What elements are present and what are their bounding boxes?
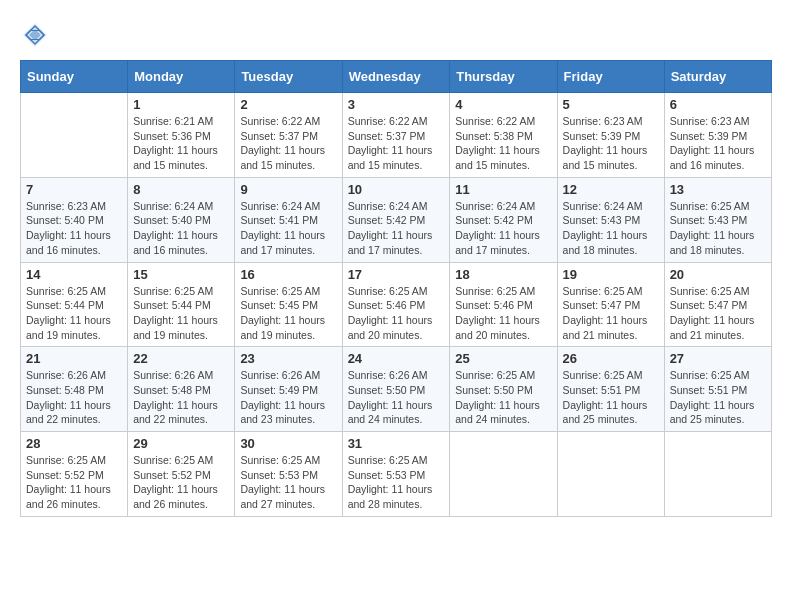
day-info: Sunrise: 6:26 AM Sunset: 5:49 PM Dayligh… [240, 368, 336, 427]
calendar-cell: 2Sunrise: 6:22 AM Sunset: 5:37 PM Daylig… [235, 93, 342, 178]
day-number: 3 [348, 97, 445, 112]
col-header-wednesday: Wednesday [342, 61, 450, 93]
day-info: Sunrise: 6:22 AM Sunset: 5:38 PM Dayligh… [455, 114, 551, 173]
day-number: 28 [26, 436, 122, 451]
day-number: 31 [348, 436, 445, 451]
calendar-cell: 18Sunrise: 6:25 AM Sunset: 5:46 PM Dayli… [450, 262, 557, 347]
calendar-cell: 31Sunrise: 6:25 AM Sunset: 5:53 PM Dayli… [342, 432, 450, 517]
day-info: Sunrise: 6:24 AM Sunset: 5:40 PM Dayligh… [133, 199, 229, 258]
calendar-cell: 30Sunrise: 6:25 AM Sunset: 5:53 PM Dayli… [235, 432, 342, 517]
day-number: 30 [240, 436, 336, 451]
day-info: Sunrise: 6:21 AM Sunset: 5:36 PM Dayligh… [133, 114, 229, 173]
calendar-cell: 24Sunrise: 6:26 AM Sunset: 5:50 PM Dayli… [342, 347, 450, 432]
day-info: Sunrise: 6:25 AM Sunset: 5:46 PM Dayligh… [348, 284, 445, 343]
calendar-cell: 23Sunrise: 6:26 AM Sunset: 5:49 PM Dayli… [235, 347, 342, 432]
week-row-5: 28Sunrise: 6:25 AM Sunset: 5:52 PM Dayli… [21, 432, 772, 517]
calendar-cell: 10Sunrise: 6:24 AM Sunset: 5:42 PM Dayli… [342, 177, 450, 262]
day-info: Sunrise: 6:26 AM Sunset: 5:50 PM Dayligh… [348, 368, 445, 427]
col-header-monday: Monday [128, 61, 235, 93]
day-info: Sunrise: 6:22 AM Sunset: 5:37 PM Dayligh… [240, 114, 336, 173]
col-header-tuesday: Tuesday [235, 61, 342, 93]
calendar-table: SundayMondayTuesdayWednesdayThursdayFrid… [20, 60, 772, 517]
day-number: 7 [26, 182, 122, 197]
day-number: 16 [240, 267, 336, 282]
day-number: 20 [670, 267, 766, 282]
day-info: Sunrise: 6:25 AM Sunset: 5:50 PM Dayligh… [455, 368, 551, 427]
day-info: Sunrise: 6:26 AM Sunset: 5:48 PM Dayligh… [133, 368, 229, 427]
calendar-cell: 14Sunrise: 6:25 AM Sunset: 5:44 PM Dayli… [21, 262, 128, 347]
calendar-cell: 21Sunrise: 6:26 AM Sunset: 5:48 PM Dayli… [21, 347, 128, 432]
day-number: 11 [455, 182, 551, 197]
day-number: 19 [563, 267, 659, 282]
logo-icon [20, 20, 50, 50]
day-number: 29 [133, 436, 229, 451]
day-info: Sunrise: 6:22 AM Sunset: 5:37 PM Dayligh… [348, 114, 445, 173]
day-info: Sunrise: 6:24 AM Sunset: 5:41 PM Dayligh… [240, 199, 336, 258]
day-info: Sunrise: 6:25 AM Sunset: 5:51 PM Dayligh… [670, 368, 766, 427]
calendar-cell: 26Sunrise: 6:25 AM Sunset: 5:51 PM Dayli… [557, 347, 664, 432]
day-number: 15 [133, 267, 229, 282]
header [20, 20, 772, 50]
calendar-cell: 20Sunrise: 6:25 AM Sunset: 5:47 PM Dayli… [664, 262, 771, 347]
day-number: 12 [563, 182, 659, 197]
calendar-cell: 25Sunrise: 6:25 AM Sunset: 5:50 PM Dayli… [450, 347, 557, 432]
day-info: Sunrise: 6:24 AM Sunset: 5:42 PM Dayligh… [455, 199, 551, 258]
day-info: Sunrise: 6:25 AM Sunset: 5:46 PM Dayligh… [455, 284, 551, 343]
day-info: Sunrise: 6:25 AM Sunset: 5:43 PM Dayligh… [670, 199, 766, 258]
day-info: Sunrise: 6:25 AM Sunset: 5:53 PM Dayligh… [240, 453, 336, 512]
day-info: Sunrise: 6:25 AM Sunset: 5:47 PM Dayligh… [670, 284, 766, 343]
day-number: 24 [348, 351, 445, 366]
calendar-cell [21, 93, 128, 178]
day-number: 8 [133, 182, 229, 197]
day-number: 17 [348, 267, 445, 282]
calendar-cell: 27Sunrise: 6:25 AM Sunset: 5:51 PM Dayli… [664, 347, 771, 432]
logo [20, 20, 54, 50]
day-number: 10 [348, 182, 445, 197]
day-number: 25 [455, 351, 551, 366]
day-info: Sunrise: 6:25 AM Sunset: 5:52 PM Dayligh… [133, 453, 229, 512]
calendar-cell: 7Sunrise: 6:23 AM Sunset: 5:40 PM Daylig… [21, 177, 128, 262]
week-row-3: 14Sunrise: 6:25 AM Sunset: 5:44 PM Dayli… [21, 262, 772, 347]
calendar-cell: 29Sunrise: 6:25 AM Sunset: 5:52 PM Dayli… [128, 432, 235, 517]
day-info: Sunrise: 6:23 AM Sunset: 5:39 PM Dayligh… [563, 114, 659, 173]
day-number: 1 [133, 97, 229, 112]
calendar-cell [450, 432, 557, 517]
calendar-cell: 5Sunrise: 6:23 AM Sunset: 5:39 PM Daylig… [557, 93, 664, 178]
calendar-cell: 1Sunrise: 6:21 AM Sunset: 5:36 PM Daylig… [128, 93, 235, 178]
day-info: Sunrise: 6:25 AM Sunset: 5:51 PM Dayligh… [563, 368, 659, 427]
calendar-cell: 16Sunrise: 6:25 AM Sunset: 5:45 PM Dayli… [235, 262, 342, 347]
day-number: 4 [455, 97, 551, 112]
calendar-cell: 8Sunrise: 6:24 AM Sunset: 5:40 PM Daylig… [128, 177, 235, 262]
calendar-cell: 22Sunrise: 6:26 AM Sunset: 5:48 PM Dayli… [128, 347, 235, 432]
day-number: 27 [670, 351, 766, 366]
calendar-cell: 11Sunrise: 6:24 AM Sunset: 5:42 PM Dayli… [450, 177, 557, 262]
day-number: 22 [133, 351, 229, 366]
calendar-cell: 15Sunrise: 6:25 AM Sunset: 5:44 PM Dayli… [128, 262, 235, 347]
day-number: 2 [240, 97, 336, 112]
col-header-sunday: Sunday [21, 61, 128, 93]
col-header-saturday: Saturday [664, 61, 771, 93]
day-info: Sunrise: 6:24 AM Sunset: 5:43 PM Dayligh… [563, 199, 659, 258]
day-info: Sunrise: 6:25 AM Sunset: 5:53 PM Dayligh… [348, 453, 445, 512]
calendar-cell: 19Sunrise: 6:25 AM Sunset: 5:47 PM Dayli… [557, 262, 664, 347]
day-info: Sunrise: 6:25 AM Sunset: 5:44 PM Dayligh… [133, 284, 229, 343]
day-info: Sunrise: 6:25 AM Sunset: 5:52 PM Dayligh… [26, 453, 122, 512]
day-info: Sunrise: 6:26 AM Sunset: 5:48 PM Dayligh… [26, 368, 122, 427]
calendar-cell: 17Sunrise: 6:25 AM Sunset: 5:46 PM Dayli… [342, 262, 450, 347]
calendar-cell: 13Sunrise: 6:25 AM Sunset: 5:43 PM Dayli… [664, 177, 771, 262]
day-info: Sunrise: 6:23 AM Sunset: 5:40 PM Dayligh… [26, 199, 122, 258]
day-info: Sunrise: 6:25 AM Sunset: 5:44 PM Dayligh… [26, 284, 122, 343]
calendar-cell: 3Sunrise: 6:22 AM Sunset: 5:37 PM Daylig… [342, 93, 450, 178]
day-number: 13 [670, 182, 766, 197]
week-row-2: 7Sunrise: 6:23 AM Sunset: 5:40 PM Daylig… [21, 177, 772, 262]
day-info: Sunrise: 6:25 AM Sunset: 5:45 PM Dayligh… [240, 284, 336, 343]
day-number: 21 [26, 351, 122, 366]
day-info: Sunrise: 6:25 AM Sunset: 5:47 PM Dayligh… [563, 284, 659, 343]
week-row-1: 1Sunrise: 6:21 AM Sunset: 5:36 PM Daylig… [21, 93, 772, 178]
day-number: 23 [240, 351, 336, 366]
header-row: SundayMondayTuesdayWednesdayThursdayFrid… [21, 61, 772, 93]
day-number: 9 [240, 182, 336, 197]
col-header-friday: Friday [557, 61, 664, 93]
day-info: Sunrise: 6:24 AM Sunset: 5:42 PM Dayligh… [348, 199, 445, 258]
day-number: 6 [670, 97, 766, 112]
